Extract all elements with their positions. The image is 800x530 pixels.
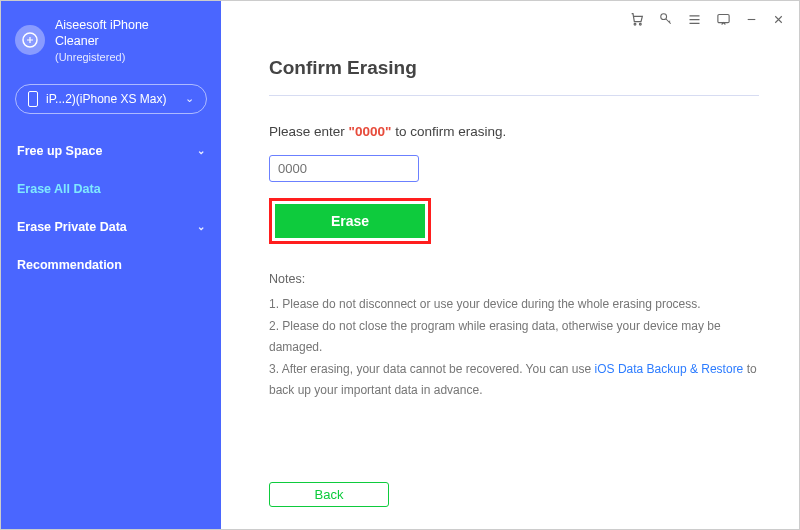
device-selector[interactable]: iP...2)(iPhone XS Max) ⌄ [15, 84, 207, 114]
main-panel: Confirm Erasing Please enter "0000" to c… [221, 1, 799, 529]
prompt-code: "0000" [349, 124, 392, 139]
divider [269, 95, 759, 96]
note-3a: 3. After erasing, your data cannot be re… [269, 362, 595, 376]
sidebar-item-label: Free up Space [17, 144, 102, 158]
sidebar-item-erase-all-data[interactable]: Erase All Data [1, 170, 221, 208]
backup-restore-link[interactable]: iOS Data Backup & Restore [595, 362, 744, 376]
prompt-after: to confirm erasing. [391, 124, 506, 139]
app-logo-icon [15, 25, 45, 55]
confirm-prompt: Please enter "0000" to confirm erasing. [269, 124, 759, 139]
confirm-code-input[interactable] [269, 155, 419, 182]
page-title: Confirm Erasing [269, 57, 759, 79]
sidebar: Aiseesoft iPhone Cleaner (Unregistered) … [1, 1, 221, 529]
brand-title: Aiseesoft iPhone Cleaner (Unregistered) [55, 17, 149, 64]
brand-status: (Unregistered) [55, 50, 149, 64]
erase-button[interactable]: Erase [275, 204, 425, 238]
prompt-before: Please enter [269, 124, 349, 139]
erase-highlight-frame: Erase [269, 198, 431, 244]
device-label: iP...2)(iPhone XS Max) [46, 92, 177, 106]
note-2: 2. Please do not close the program while… [269, 316, 759, 359]
sidebar-item-label: Erase All Data [17, 182, 101, 196]
brand-line1: Aiseesoft iPhone [55, 17, 149, 33]
sidebar-item-label: Erase Private Data [17, 220, 127, 234]
sidebar-item-erase-private-data[interactable]: Erase Private Data ⌄ [1, 208, 221, 246]
notes-block: 1. Please do not disconnect or use your … [269, 294, 759, 402]
notes-heading: Notes: [269, 272, 759, 286]
sidebar-item-free-up-space[interactable]: Free up Space ⌄ [1, 132, 221, 170]
note-3: 3. After erasing, your data cannot be re… [269, 359, 759, 402]
chevron-down-icon: ⌄ [197, 221, 205, 232]
phone-icon [28, 91, 38, 107]
brand-block: Aiseesoft iPhone Cleaner (Unregistered) [1, 7, 221, 78]
chevron-down-icon: ⌄ [185, 92, 194, 105]
note-1: 1. Please do not disconnect or use your … [269, 294, 759, 316]
brand-line2: Cleaner [55, 33, 149, 49]
sidebar-item-recommendation[interactable]: Recommendation [1, 246, 221, 284]
chevron-down-icon: ⌄ [197, 145, 205, 156]
sidebar-item-label: Recommendation [17, 258, 122, 272]
back-button[interactable]: Back [269, 482, 389, 507]
app-window: Aiseesoft iPhone Cleaner (Unregistered) … [0, 0, 800, 530]
